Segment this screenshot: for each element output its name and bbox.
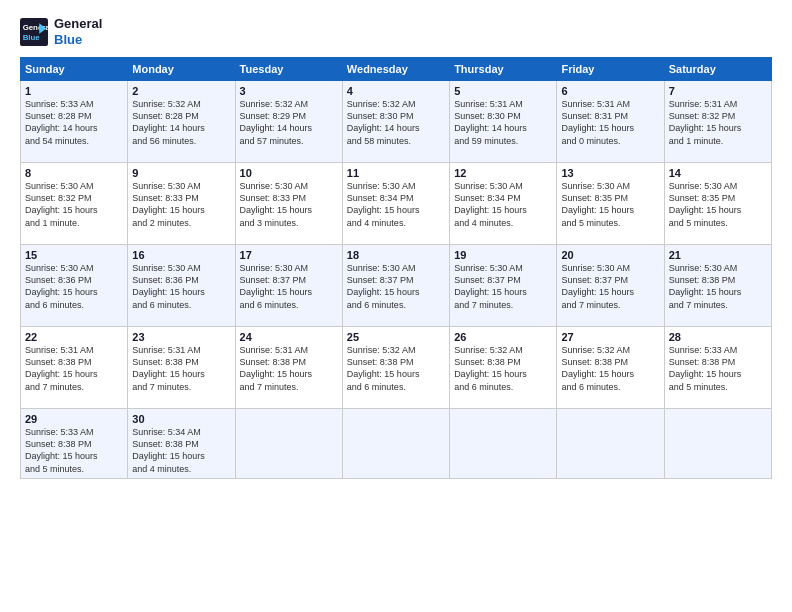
day-info: Sunrise: 5:30 AMSunset: 8:36 PMDaylight:… — [132, 262, 230, 311]
day-number: 8 — [25, 167, 123, 179]
day-number: 23 — [132, 331, 230, 343]
day-number: 11 — [347, 167, 445, 179]
calendar-cell: 4Sunrise: 5:32 AMSunset: 8:30 PMDaylight… — [342, 81, 449, 163]
calendar-cell: 8Sunrise: 5:30 AMSunset: 8:32 PMDaylight… — [21, 163, 128, 245]
logo: General Blue General Blue — [20, 16, 102, 47]
day-number: 15 — [25, 249, 123, 261]
calendar-cell: 5Sunrise: 5:31 AMSunset: 8:30 PMDaylight… — [450, 81, 557, 163]
day-info: Sunrise: 5:30 AMSunset: 8:36 PMDaylight:… — [25, 262, 123, 311]
calendar-cell: 7Sunrise: 5:31 AMSunset: 8:32 PMDaylight… — [664, 81, 771, 163]
calendar-cell: 30Sunrise: 5:34 AMSunset: 8:38 PMDayligh… — [128, 409, 235, 479]
day-number: 17 — [240, 249, 338, 261]
day-info: Sunrise: 5:30 AMSunset: 8:35 PMDaylight:… — [669, 180, 767, 229]
calendar-cell: 11Sunrise: 5:30 AMSunset: 8:34 PMDayligh… — [342, 163, 449, 245]
day-info: Sunrise: 5:32 AMSunset: 8:30 PMDaylight:… — [347, 98, 445, 147]
day-info: Sunrise: 5:30 AMSunset: 8:37 PMDaylight:… — [347, 262, 445, 311]
day-number: 16 — [132, 249, 230, 261]
calendar-cell: 6Sunrise: 5:31 AMSunset: 8:31 PMDaylight… — [557, 81, 664, 163]
day-info: Sunrise: 5:33 AMSunset: 8:38 PMDaylight:… — [669, 344, 767, 393]
weekday-wednesday: Wednesday — [342, 58, 449, 81]
day-number: 1 — [25, 85, 123, 97]
day-info: Sunrise: 5:30 AMSunset: 8:32 PMDaylight:… — [25, 180, 123, 229]
weekday-monday: Monday — [128, 58, 235, 81]
day-info: Sunrise: 5:32 AMSunset: 8:29 PMDaylight:… — [240, 98, 338, 147]
week-row-3: 15Sunrise: 5:30 AMSunset: 8:36 PMDayligh… — [21, 245, 772, 327]
week-row-1: 1Sunrise: 5:33 AMSunset: 8:28 PMDaylight… — [21, 81, 772, 163]
day-info: Sunrise: 5:31 AMSunset: 8:38 PMDaylight:… — [132, 344, 230, 393]
weekday-saturday: Saturday — [664, 58, 771, 81]
day-info: Sunrise: 5:30 AMSunset: 8:38 PMDaylight:… — [669, 262, 767, 311]
calendar-cell: 12Sunrise: 5:30 AMSunset: 8:34 PMDayligh… — [450, 163, 557, 245]
logo-general: General — [54, 16, 102, 32]
calendar-cell: 21Sunrise: 5:30 AMSunset: 8:38 PMDayligh… — [664, 245, 771, 327]
day-number: 13 — [561, 167, 659, 179]
calendar-cell: 10Sunrise: 5:30 AMSunset: 8:33 PMDayligh… — [235, 163, 342, 245]
calendar-cell: 13Sunrise: 5:30 AMSunset: 8:35 PMDayligh… — [557, 163, 664, 245]
calendar-cell: 29Sunrise: 5:33 AMSunset: 8:38 PMDayligh… — [21, 409, 128, 479]
day-number: 30 — [132, 413, 230, 425]
day-number: 19 — [454, 249, 552, 261]
weekday-header-row: SundayMondayTuesdayWednesdayThursdayFrid… — [21, 58, 772, 81]
day-number: 2 — [132, 85, 230, 97]
day-info: Sunrise: 5:32 AMSunset: 8:28 PMDaylight:… — [132, 98, 230, 147]
weekday-friday: Friday — [557, 58, 664, 81]
day-number: 20 — [561, 249, 659, 261]
day-info: Sunrise: 5:32 AMSunset: 8:38 PMDaylight:… — [561, 344, 659, 393]
weekday-sunday: Sunday — [21, 58, 128, 81]
day-number: 22 — [25, 331, 123, 343]
calendar-cell: 25Sunrise: 5:32 AMSunset: 8:38 PMDayligh… — [342, 327, 449, 409]
calendar-table: SundayMondayTuesdayWednesdayThursdayFrid… — [20, 57, 772, 479]
calendar-cell: 24Sunrise: 5:31 AMSunset: 8:38 PMDayligh… — [235, 327, 342, 409]
day-number: 5 — [454, 85, 552, 97]
day-info: Sunrise: 5:32 AMSunset: 8:38 PMDaylight:… — [347, 344, 445, 393]
calendar-cell: 1Sunrise: 5:33 AMSunset: 8:28 PMDaylight… — [21, 81, 128, 163]
week-row-5: 29Sunrise: 5:33 AMSunset: 8:38 PMDayligh… — [21, 409, 772, 479]
day-number: 14 — [669, 167, 767, 179]
day-number: 7 — [669, 85, 767, 97]
logo-blue: Blue — [54, 32, 102, 48]
day-info: Sunrise: 5:31 AMSunset: 8:31 PMDaylight:… — [561, 98, 659, 147]
calendar-cell — [342, 409, 449, 479]
calendar-cell: 26Sunrise: 5:32 AMSunset: 8:38 PMDayligh… — [450, 327, 557, 409]
day-info: Sunrise: 5:32 AMSunset: 8:38 PMDaylight:… — [454, 344, 552, 393]
day-number: 29 — [25, 413, 123, 425]
calendar-cell — [557, 409, 664, 479]
weekday-tuesday: Tuesday — [235, 58, 342, 81]
calendar-page: General Blue General Blue SundayMondayTu… — [0, 0, 792, 612]
calendar-cell — [664, 409, 771, 479]
weekday-thursday: Thursday — [450, 58, 557, 81]
day-info: Sunrise: 5:31 AMSunset: 8:30 PMDaylight:… — [454, 98, 552, 147]
day-number: 4 — [347, 85, 445, 97]
day-number: 25 — [347, 331, 445, 343]
day-number: 9 — [132, 167, 230, 179]
calendar-cell: 16Sunrise: 5:30 AMSunset: 8:36 PMDayligh… — [128, 245, 235, 327]
day-info: Sunrise: 5:31 AMSunset: 8:32 PMDaylight:… — [669, 98, 767, 147]
day-info: Sunrise: 5:30 AMSunset: 8:37 PMDaylight:… — [240, 262, 338, 311]
calendar-cell: 14Sunrise: 5:30 AMSunset: 8:35 PMDayligh… — [664, 163, 771, 245]
header: General Blue General Blue — [20, 16, 772, 47]
day-info: Sunrise: 5:31 AMSunset: 8:38 PMDaylight:… — [240, 344, 338, 393]
calendar-cell: 19Sunrise: 5:30 AMSunset: 8:37 PMDayligh… — [450, 245, 557, 327]
calendar-cell: 18Sunrise: 5:30 AMSunset: 8:37 PMDayligh… — [342, 245, 449, 327]
week-row-2: 8Sunrise: 5:30 AMSunset: 8:32 PMDaylight… — [21, 163, 772, 245]
day-number: 21 — [669, 249, 767, 261]
calendar-cell: 28Sunrise: 5:33 AMSunset: 8:38 PMDayligh… — [664, 327, 771, 409]
day-number: 24 — [240, 331, 338, 343]
day-info: Sunrise: 5:30 AMSunset: 8:35 PMDaylight:… — [561, 180, 659, 229]
day-info: Sunrise: 5:33 AMSunset: 8:28 PMDaylight:… — [25, 98, 123, 147]
day-number: 28 — [669, 331, 767, 343]
day-number: 18 — [347, 249, 445, 261]
calendar-cell — [235, 409, 342, 479]
calendar-cell: 2Sunrise: 5:32 AMSunset: 8:28 PMDaylight… — [128, 81, 235, 163]
svg-text:Blue: Blue — [23, 32, 41, 41]
day-info: Sunrise: 5:33 AMSunset: 8:38 PMDaylight:… — [25, 426, 123, 475]
day-number: 3 — [240, 85, 338, 97]
week-row-4: 22Sunrise: 5:31 AMSunset: 8:38 PMDayligh… — [21, 327, 772, 409]
day-number: 27 — [561, 331, 659, 343]
calendar-cell: 15Sunrise: 5:30 AMSunset: 8:36 PMDayligh… — [21, 245, 128, 327]
day-info: Sunrise: 5:30 AMSunset: 8:34 PMDaylight:… — [347, 180, 445, 229]
day-number: 10 — [240, 167, 338, 179]
day-info: Sunrise: 5:34 AMSunset: 8:38 PMDaylight:… — [132, 426, 230, 475]
calendar-cell: 20Sunrise: 5:30 AMSunset: 8:37 PMDayligh… — [557, 245, 664, 327]
calendar-cell — [450, 409, 557, 479]
